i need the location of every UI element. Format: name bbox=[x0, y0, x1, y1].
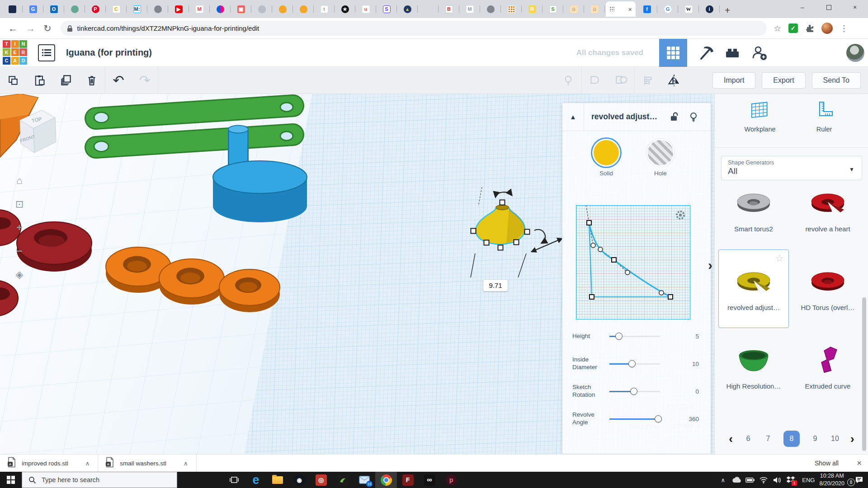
tab-globe-2[interactable] bbox=[480, 0, 501, 18]
taskbar-app-steam[interactable]: ◉ bbox=[288, 472, 310, 488]
solid-material-swatch[interactable] bbox=[594, 140, 619, 165]
tab-globe-1[interactable] bbox=[147, 0, 168, 18]
shape-item-extruded-curve[interactable]: Extruded curve bbox=[793, 328, 863, 407]
scale-handle[interactable] bbox=[525, 230, 530, 235]
tab-outlook[interactable]: O bbox=[43, 0, 64, 18]
tab-scholar[interactable]: ▴ bbox=[397, 0, 418, 18]
window-minimize-button[interactable]: – bbox=[789, 0, 816, 14]
curve-settings-gear-icon[interactable] bbox=[675, 209, 686, 221]
taskbar-app-red[interactable]: ◎ bbox=[310, 472, 332, 488]
wifi-icon[interactable] bbox=[757, 472, 770, 488]
pagination-page-6[interactable]: 6 bbox=[744, 435, 753, 443]
taskbar-app-infinity[interactable]: ∞ bbox=[419, 472, 440, 488]
taskbar-clock[interactable]: 10:28 AM 8/20/2020 bbox=[819, 472, 844, 488]
slider-handle[interactable] bbox=[655, 415, 662, 422]
battery-icon[interactable] bbox=[743, 472, 757, 488]
ungroup-button[interactable] bbox=[608, 67, 634, 94]
tab-blank[interactable] bbox=[418, 0, 439, 18]
tab-bulb-gray[interactable] bbox=[251, 0, 272, 18]
reload-icon[interactable]: ↻ bbox=[43, 23, 52, 34]
back-icon[interactable]: ← bbox=[8, 23, 18, 34]
adblock-extension-icon[interactable]: ✓ bbox=[788, 23, 798, 33]
properties-list-button[interactable] bbox=[38, 44, 55, 61]
dimension-label[interactable]: 9.71 bbox=[483, 279, 508, 291]
curve-control-handle[interactable] bbox=[625, 270, 630, 275]
sidebar-scrollbar[interactable] bbox=[862, 297, 866, 451]
task-view-button[interactable] bbox=[223, 472, 245, 488]
taskbar-search-box[interactable]: Type here to search bbox=[22, 472, 177, 488]
pagination-next-icon[interactable]: › bbox=[850, 433, 854, 445]
tab-skillshare[interactable]: S bbox=[376, 0, 397, 18]
tab-tinkercad-user-1[interactable]: ☺ bbox=[563, 0, 584, 18]
hole-material-swatch[interactable] bbox=[648, 140, 673, 165]
download-item[interactable]: Aimproved rods.stl∧ bbox=[0, 455, 98, 472]
taskbar-app-p[interactable]: p bbox=[440, 472, 462, 488]
tab-bulb-orange-2[interactable] bbox=[293, 0, 314, 18]
red-washer-1[interactable] bbox=[17, 222, 92, 272]
tab-wikipedia[interactable]: W bbox=[678, 0, 699, 18]
minecraft-pickaxe-icon[interactable] bbox=[698, 45, 714, 61]
tab-youtube[interactable]: ▶ bbox=[168, 0, 189, 18]
curve-anchor-point[interactable] bbox=[590, 295, 594, 299]
browser-menu-kebab-icon[interactable]: ⋮ bbox=[840, 23, 848, 33]
slider-handle[interactable] bbox=[628, 360, 636, 367]
tab-tinkercad-editor-active[interactable]: × bbox=[606, 1, 636, 17]
tab-make-m[interactable]: M bbox=[459, 0, 480, 18]
zoom-in-icon[interactable]: + bbox=[13, 221, 26, 235]
curve-control-handle[interactable] bbox=[659, 291, 664, 295]
pagination-page-8[interactable]: 8 bbox=[783, 431, 800, 447]
taskbar-app-file-explorer[interactable] bbox=[267, 472, 288, 488]
tab-stem[interactable]: S bbox=[542, 0, 563, 18]
window-close-button[interactable]: × bbox=[842, 0, 868, 14]
height-handle[interactable] bbox=[500, 200, 505, 205]
hide-bulb-icon[interactable] bbox=[688, 112, 699, 122]
curve-anchor-point[interactable] bbox=[587, 221, 591, 225]
tinkercad-logo[interactable]: TINKERCAD bbox=[3, 40, 28, 66]
param-slider[interactable] bbox=[609, 363, 660, 365]
curve-control-handle[interactable] bbox=[598, 247, 603, 252]
export-button[interactable]: Export bbox=[762, 72, 805, 89]
tab-close-icon[interactable]: × bbox=[628, 5, 632, 13]
zoom-out-icon[interactable]: − bbox=[13, 244, 26, 258]
tab-facebook[interactable]: f bbox=[637, 0, 657, 18]
show-hide-button[interactable] bbox=[555, 67, 581, 94]
dropbox-icon[interactable]: 1 bbox=[784, 472, 797, 488]
home-view-icon[interactable]: ⌂ bbox=[13, 174, 26, 188]
taskbar-app-chrome[interactable] bbox=[375, 472, 397, 488]
import-button[interactable]: Import bbox=[712, 72, 755, 89]
shape-item-smart-torus2[interactable]: Smart torus2 bbox=[718, 171, 789, 249]
ruler-tool[interactable]: Ruler bbox=[797, 100, 851, 133]
scale-handle[interactable] bbox=[484, 240, 489, 245]
blocks-view-button[interactable] bbox=[659, 39, 687, 67]
language-indicator[interactable]: ENG bbox=[802, 477, 815, 483]
tab-game-controller[interactable] bbox=[64, 0, 85, 18]
downloads-bar-close-icon[interactable]: × bbox=[857, 458, 862, 468]
curve-control-handle[interactable] bbox=[591, 243, 595, 248]
action-center-button[interactable]: 8 bbox=[850, 472, 868, 488]
tab-tinkercad-user-2[interactable]: ☺ bbox=[584, 0, 605, 18]
paste-button[interactable] bbox=[26, 67, 52, 94]
browser-profile-avatar[interactable] bbox=[821, 23, 833, 34]
tab-r-yellow[interactable]: R bbox=[522, 0, 542, 18]
taskbar-app-mail[interactable]: 16 bbox=[354, 472, 375, 488]
tab-pinterest[interactable]: P bbox=[85, 0, 106, 18]
tab-bricks4kidz[interactable]: B bbox=[439, 0, 459, 18]
tab-bulb-orange-1[interactable] bbox=[272, 0, 293, 18]
slider-handle[interactable] bbox=[630, 388, 637, 395]
tab-dots-grid[interactable] bbox=[501, 0, 522, 18]
scale-handle[interactable] bbox=[471, 229, 476, 234]
scale-handle[interactable] bbox=[514, 240, 519, 245]
undo-button[interactable]: ↶ bbox=[105, 67, 132, 94]
shape-name[interactable]: revolved adjust… bbox=[591, 112, 664, 122]
bookmark-star-icon[interactable]: ☆ bbox=[774, 23, 781, 33]
fit-view-icon[interactable]: ⊡ bbox=[13, 197, 26, 211]
window-maximize-button[interactable] bbox=[816, 0, 842, 14]
favorite-star-icon[interactable]: ☆ bbox=[775, 253, 784, 264]
shape-item-hd-torus-overl-[interactable]: HD Torus (overl… bbox=[793, 249, 863, 328]
orange-washer-2[interactable] bbox=[159, 259, 224, 305]
tab-red-device[interactable]: ▣ bbox=[231, 0, 251, 18]
send-to-button[interactable]: Send To bbox=[812, 72, 861, 89]
mirror-button[interactable] bbox=[661, 67, 687, 94]
tab-google[interactable]: G bbox=[657, 0, 678, 18]
scale-handle[interactable] bbox=[498, 245, 503, 250]
